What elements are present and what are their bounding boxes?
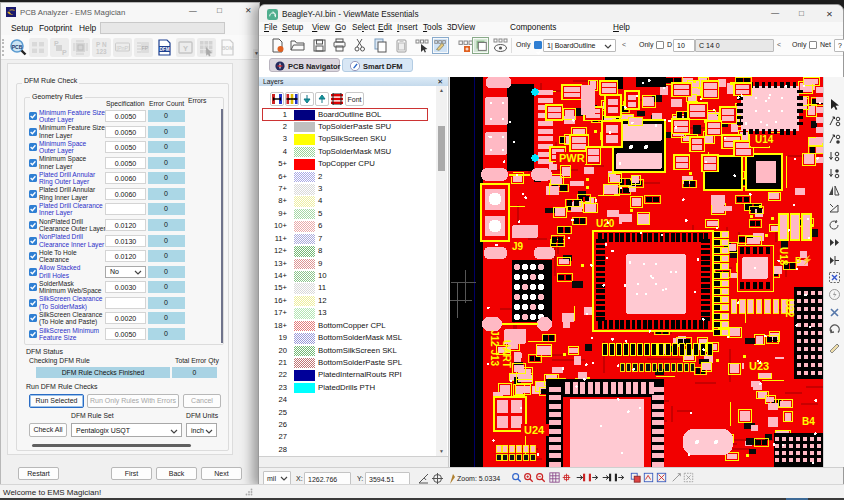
svg-text:J12 J13: J12 J13 (489, 330, 500, 367)
svg-text:J9: J9 (512, 241, 524, 252)
svg-text:B4: B4 (802, 416, 815, 427)
svg-text:B⚡: B⚡ (795, 254, 813, 266)
svg-text:U14: U14 (755, 134, 774, 145)
svg-text:PWR: PWR (559, 152, 585, 164)
svg-text:P: P (62, 49, 67, 56)
svg-text:U23: U23 (749, 360, 769, 372)
svg-text:P N: P N (96, 41, 107, 48)
svg-text:U22: U22 (784, 299, 795, 318)
svg-text:123: 123 (96, 48, 107, 55)
svg-text:PCB: PCB (12, 44, 23, 50)
svg-text:U24: U24 (524, 424, 545, 436)
svg-text:U20: U20 (596, 218, 615, 229)
svg-text:FP: FP (142, 45, 149, 51)
svg-text:Y: Y (183, 44, 188, 53)
svg-text:DFM: DFM (160, 47, 170, 52)
svg-text:[PnP]: [PnP] (117, 45, 131, 51)
svg-text:BOM: BOM (222, 45, 234, 51)
svg-text:U18: U18 (778, 247, 789, 266)
svg-text:UART: UART (501, 340, 512, 368)
